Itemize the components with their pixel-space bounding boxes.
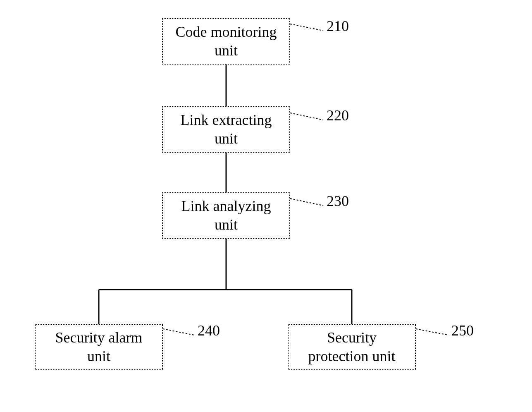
ref-label-240: 240 [198, 322, 220, 339]
block-security-alarm: Security alarmunit [35, 324, 163, 370]
block-link-analyzing: Link analyzingunit [162, 192, 290, 239]
ref-label-220: 220 [327, 107, 349, 124]
ref-label-250: 250 [451, 322, 474, 339]
svg-line-10 [416, 329, 448, 335]
block-security-protection: Securityprotection unit [288, 324, 416, 370]
ref-label-210: 210 [327, 17, 349, 35]
svg-line-6 [290, 24, 323, 31]
svg-line-7 [290, 113, 323, 120]
svg-line-9 [163, 329, 194, 335]
ref-label-230: 230 [327, 192, 349, 210]
block-link-extracting: Link extractingunit [162, 106, 290, 153]
svg-line-8 [290, 199, 323, 206]
block-code-monitoring: Code monitoringunit [162, 18, 290, 65]
